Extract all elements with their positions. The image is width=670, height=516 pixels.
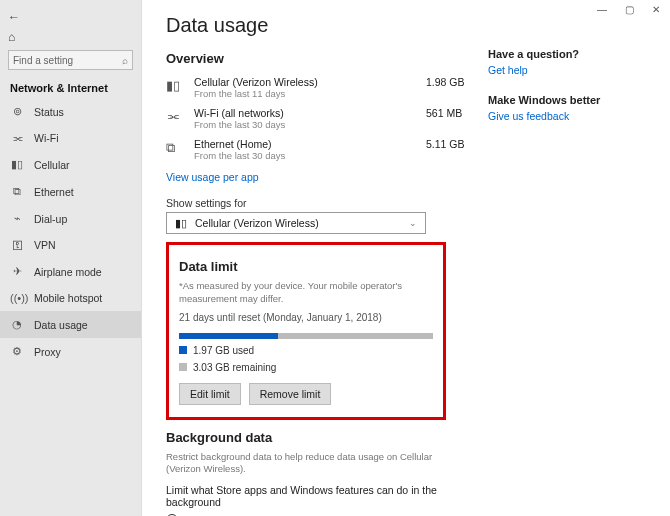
- background-data-heading: Background data: [166, 430, 446, 445]
- sidebar-item-proxy[interactable]: ⚙ Proxy: [0, 338, 141, 365]
- sidebar-item-label: Airplane mode: [34, 266, 102, 278]
- overview-value: 561 MB: [426, 107, 476, 119]
- sidebar: ← ⌂ Find a setting ⌕ Network & Internet …: [0, 0, 142, 516]
- usage-bar-fill: [179, 333, 278, 339]
- window-maximize[interactable]: ▢: [625, 4, 634, 15]
- view-usage-link[interactable]: View usage per app: [166, 171, 476, 183]
- overview-row-cellular[interactable]: ▮▯ Cellular (Verizon Wireless) From the …: [166, 72, 476, 103]
- sidebar-item-cellular[interactable]: ▮▯ Cellular: [0, 151, 141, 178]
- data-limit-heading: Data limit: [179, 259, 433, 274]
- sidebar-item-ethernet[interactable]: ⧉ Ethernet: [0, 178, 141, 205]
- legend-used: 1.97 GB used: [179, 345, 433, 356]
- sidebar-item-wifi[interactable]: ⫘ Wi-Fi: [0, 125, 141, 151]
- settings-dropdown[interactable]: ▮▯ Cellular (Verizon Wireless) ⌄: [166, 212, 426, 234]
- edit-limit-button[interactable]: Edit limit: [179, 383, 241, 405]
- sidebar-item-label: Ethernet: [34, 186, 74, 198]
- overview-name: Cellular (Verizon Wireless): [194, 76, 416, 88]
- sidebar-item-status[interactable]: ⊚ Status: [0, 98, 141, 125]
- search-input[interactable]: Find a setting ⌕: [8, 50, 133, 70]
- sidebar-item-label: Data usage: [34, 319, 88, 331]
- aside-question-heading: Have a question?: [488, 48, 618, 60]
- chevron-down-icon: ⌄: [409, 218, 417, 228]
- bg-limit-label: Limit what Store apps and Windows featur…: [166, 484, 446, 508]
- legend-swatch-remaining: [179, 363, 187, 371]
- ethernet-icon: ⧉: [166, 138, 184, 156]
- give-feedback-link[interactable]: Give us feedback: [488, 110, 618, 122]
- wifi-icon: ⫘: [10, 132, 24, 144]
- sidebar-section-heading: Network & Internet: [0, 74, 141, 98]
- sidebar-item-label: Status: [34, 106, 64, 118]
- dialup-icon: ⌁: [10, 212, 24, 225]
- overview-sub: From the last 11 days: [194, 88, 416, 99]
- search-placeholder: Find a setting: [13, 55, 73, 66]
- usage-bar: [179, 333, 433, 339]
- window-close[interactable]: ✕: [652, 4, 660, 15]
- cellular-icon: ▮▯: [10, 158, 24, 171]
- sidebar-item-airplane[interactable]: ✈ Airplane mode: [0, 258, 141, 285]
- remove-limit-button[interactable]: Remove limit: [249, 383, 332, 405]
- sidebar-item-label: Dial-up: [34, 213, 67, 225]
- get-help-link[interactable]: Get help: [488, 64, 618, 76]
- sidebar-item-label: Wi-Fi: [34, 132, 59, 144]
- sidebar-item-dialup[interactable]: ⌁ Dial-up: [0, 205, 141, 232]
- sidebar-item-label: VPN: [34, 239, 56, 251]
- page-title: Data usage: [166, 14, 476, 37]
- hotspot-icon: ((•)): [10, 292, 24, 304]
- overview-value: 5.11 GB: [426, 138, 476, 150]
- background-data-desc: Restrict background data to help reduce …: [166, 451, 446, 477]
- show-settings-label: Show settings for: [166, 197, 476, 209]
- sidebar-item-label: Mobile hotspot: [34, 292, 102, 304]
- aside-pane: Have a question? Get help Make Windows b…: [488, 14, 618, 516]
- content-pane: Data usage Overview ▮▯ Cellular (Verizon…: [166, 14, 476, 516]
- sidebar-item-datausage[interactable]: ◔ Data usage: [0, 311, 141, 338]
- legend-remaining-text: 3.03 GB remaining: [193, 362, 276, 373]
- sidebar-item-label: Proxy: [34, 346, 61, 358]
- data-limit-hint: *As measured by your device. Your mobile…: [179, 280, 433, 306]
- wifi-icon: ⫘: [166, 107, 184, 124]
- overview-name: Ethernet (Home): [194, 138, 416, 150]
- back-icon[interactable]: ←: [8, 10, 20, 24]
- legend-remaining: 3.03 GB remaining: [179, 362, 433, 373]
- search-icon: ⌕: [122, 55, 128, 66]
- overview-name: Wi-Fi (all networks): [194, 107, 416, 119]
- vpn-icon: ⚿: [10, 239, 24, 251]
- overview-row-wifi[interactable]: ⫘ Wi-Fi (all networks) From the last 30 …: [166, 103, 476, 134]
- window-minimize[interactable]: —: [597, 4, 607, 15]
- proxy-icon: ⚙: [10, 345, 24, 358]
- aside-feedback-heading: Make Windows better: [488, 94, 618, 106]
- sidebar-item-hotspot[interactable]: ((•)) Mobile hotspot: [0, 285, 141, 311]
- cellular-icon: ▮▯: [175, 217, 187, 229]
- overview-value: 1.98 GB: [426, 76, 476, 88]
- cellular-icon: ▮▯: [166, 76, 184, 93]
- status-icon: ⊚: [10, 105, 24, 118]
- data-limit-section: Data limit *As measured by your device. …: [166, 242, 446, 420]
- data-limit-reset: 21 days until reset (Monday, January 1, …: [179, 312, 433, 323]
- sidebar-item-vpn[interactable]: ⚿ VPN: [0, 232, 141, 258]
- dropdown-value: Cellular (Verizon Wireless): [195, 217, 319, 229]
- sidebar-item-label: Cellular: [34, 159, 70, 171]
- overview-sub: From the last 30 days: [194, 150, 416, 161]
- overview-row-ethernet[interactable]: ⧉ Ethernet (Home) From the last 30 days …: [166, 134, 476, 165]
- home-icon[interactable]: ⌂: [8, 30, 15, 44]
- overview-heading: Overview: [166, 51, 476, 66]
- overview-sub: From the last 30 days: [194, 119, 416, 130]
- legend-swatch-used: [179, 346, 187, 354]
- legend-used-text: 1.97 GB used: [193, 345, 254, 356]
- datausage-icon: ◔: [10, 318, 24, 331]
- airplane-icon: ✈: [10, 265, 24, 278]
- ethernet-icon: ⧉: [10, 185, 24, 198]
